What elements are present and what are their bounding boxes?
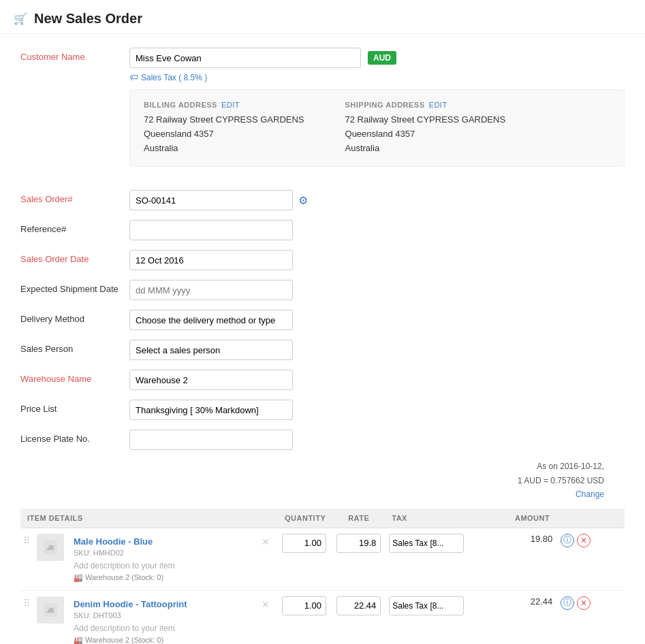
billing-address-block: BILLING ADDRESS EDIT 72 Railway Street C…: [144, 101, 304, 155]
sales-order-label: Sales Order#: [20, 190, 129, 204]
currency-line2: 1 AUD = 0.757662 USD: [518, 476, 604, 485]
price-list-row: Price List Thanksgiving [ 30% Markdown]: [20, 400, 625, 420]
th-actions: [556, 509, 625, 528]
drag-handle[interactable]: ⠿: [23, 591, 30, 609]
delivery-method-control: Choose the delivery method or type to ad…: [129, 310, 625, 330]
th-quantity: QUANTITY: [278, 509, 332, 528]
customer-name-label: Customer Name: [20, 48, 129, 62]
shipping-address-edit[interactable]: EDIT: [429, 101, 447, 109]
item-sku-0: SKU: HMHD02: [74, 549, 270, 557]
drag-handle-cell: ⠿: [20, 590, 33, 644]
reference-label: Reference#: [20, 220, 129, 234]
cart-icon: 🛒: [14, 12, 27, 25]
sales-person-select[interactable]: Select a sales person: [129, 340, 293, 360]
item-detail-0: Male Hoodie - Blue ✕ SKU: HMHD02 Add des…: [69, 534, 274, 585]
th-rate: RATE: [332, 509, 385, 528]
th-item-details: ITEM DETAILS: [20, 509, 278, 528]
warehouse-row: Warehouse Name Warehouse 2: [20, 370, 625, 390]
page-title: New Sales Order: [34, 11, 142, 27]
shipping-address-block: SHIPPING ADDRESS EDIT 72 Railway Street …: [345, 101, 506, 155]
delivery-method-select[interactable]: Choose the delivery method or type to ad…: [129, 310, 293, 330]
svg-point-1: [51, 545, 54, 548]
sales-person-control: Select a sales person: [129, 340, 625, 360]
billing-address-edit[interactable]: EDIT: [221, 101, 240, 109]
billing-address-lines: 72 Railway Street CYPRESS GARDENS Queens…: [144, 113, 304, 155]
warehouse-icon-1: 🏭: [74, 636, 83, 644]
customer-name-row: Customer Name Miss Eve Cowan AUD 🏷 Sales…: [20, 48, 625, 180]
shipping-address-title: SHIPPING ADDRESS EDIT: [345, 101, 506, 109]
reference-control: [129, 220, 625, 240]
tax-link[interactable]: 🏷 Sales Tax ( 8.5% ): [129, 72, 625, 82]
sales-person-label: Sales Person: [20, 340, 129, 354]
expected-shipment-row: Expected Shipment Date: [20, 280, 625, 300]
item-detail-1: Denim Hoodie - Tattooprint ✕ SKU: DHT003…: [69, 596, 274, 644]
gear-icon[interactable]: ⚙: [298, 194, 308, 207]
customer-input-row: Miss Eve Cowan AUD: [129, 48, 625, 68]
info-button-0[interactable]: ⓘ: [561, 534, 574, 547]
th-amount: AMOUNT: [470, 509, 556, 528]
table-row: ⠿ Male Hoodie - Blue ✕ SKU: HMHD02 Add d…: [20, 528, 625, 590]
delivery-method-label: Delivery Method: [20, 310, 129, 324]
sales-order-input[interactable]: [129, 190, 293, 210]
license-plate-input[interactable]: [129, 430, 293, 450]
rate-input-0[interactable]: [336, 534, 381, 553]
customer-name-select[interactable]: Miss Eve Cowan: [129, 48, 361, 68]
main-content: Customer Name Miss Eve Cowan AUD 🏷 Sales…: [0, 34, 645, 644]
item-remove-0[interactable]: ✕: [262, 536, 270, 547]
sales-person-row: Sales Person Select a sales person: [20, 340, 625, 360]
amount-cell-0: 19.80: [470, 528, 556, 590]
license-plate-row: License Plate No.: [20, 430, 625, 450]
tax-icon: 🏷: [129, 72, 138, 82]
item-name-1[interactable]: Denim Hoodie - Tattooprint: [74, 599, 187, 609]
customer-control-wrap: Miss Eve Cowan AUD 🏷 Sales Tax ( 8.5% ) …: [129, 48, 625, 180]
qty-input-0[interactable]: [282, 534, 326, 553]
row-actions-0: ⓘ ✕: [561, 531, 620, 547]
sales-order-page: 🛒 New Sales Order Customer Name Miss Eve…: [0, 0, 645, 644]
item-warehouse-0: 🏭 Warehouse 2 (Stock: 0): [74, 573, 270, 582]
reference-input[interactable]: [129, 220, 293, 240]
tax-select-1[interactable]: Sales Tax [8...: [389, 596, 464, 615]
sales-order-date-row: Sales Order Date: [20, 250, 625, 270]
delete-button-1[interactable]: ✕: [577, 596, 591, 610]
table-header-row: ITEM DETAILS QUANTITY RATE TAX AMOUNT: [20, 509, 625, 528]
price-list-control: Thanksgiving [ 30% Markdown]: [129, 400, 625, 420]
info-button-1[interactable]: ⓘ: [561, 596, 574, 610]
license-plate-control: [129, 430, 625, 450]
address-section: BILLING ADDRESS EDIT 72 Railway Street C…: [129, 89, 625, 167]
currency-line1: As on 2016-10-12,: [537, 462, 604, 471]
price-list-label: Price List: [20, 400, 129, 414]
warehouse-icon-0: 🏭: [74, 573, 83, 582]
table-row: ⠿ Denim Hoodie - Tattooprint ✕ SKU: DHT0…: [20, 590, 625, 644]
row-actions-1: ⓘ ✕: [561, 594, 620, 610]
item-thumbnail-1: [37, 596, 64, 624]
qty-input-1[interactable]: [282, 596, 326, 615]
item-sku-1: SKU: DHT003: [74, 611, 270, 619]
item-remove-1[interactable]: ✕: [262, 599, 270, 610]
item-warehouse-1: 🏭 Warehouse 2 (Stock: 0): [74, 636, 270, 644]
warehouse-select[interactable]: Warehouse 2: [129, 370, 293, 390]
rate-input-1[interactable]: [336, 596, 381, 615]
license-plate-label: License Plate No.: [20, 430, 129, 444]
warehouse-label: Warehouse Name: [20, 370, 129, 384]
price-list-select[interactable]: Thanksgiving [ 30% Markdown]: [129, 400, 293, 420]
item-desc-1[interactable]: Add description to your item: [74, 624, 270, 633]
tax-select-0[interactable]: Sales Tax [8...: [389, 534, 464, 553]
sales-order-date-label: Sales Order Date: [20, 250, 129, 264]
expected-shipment-input[interactable]: [129, 280, 293, 300]
drag-handle[interactable]: ⠿: [23, 528, 30, 546]
sales-order-row: Sales Order# ⚙: [20, 190, 625, 210]
billing-address-title: BILLING ADDRESS EDIT: [144, 101, 304, 109]
sales-order-date-control: [129, 250, 625, 270]
expected-shipment-label: Expected Shipment Date: [20, 280, 129, 294]
aud-badge[interactable]: AUD: [368, 51, 396, 65]
drag-handle-cell: ⠿: [20, 528, 33, 590]
item-name-0[interactable]: Male Hoodie - Blue: [74, 536, 153, 547]
amount-cell-1: 22.44: [470, 590, 556, 644]
th-tax: TAX: [385, 509, 470, 528]
reference-row: Reference#: [20, 220, 625, 240]
delete-button-0[interactable]: ✕: [577, 534, 591, 547]
page-header: 🛒 New Sales Order: [0, 0, 645, 34]
sales-order-date-input[interactable]: [129, 250, 293, 270]
item-desc-0[interactable]: Add description to your item: [74, 561, 270, 570]
currency-change-link[interactable]: Change: [576, 489, 604, 499]
